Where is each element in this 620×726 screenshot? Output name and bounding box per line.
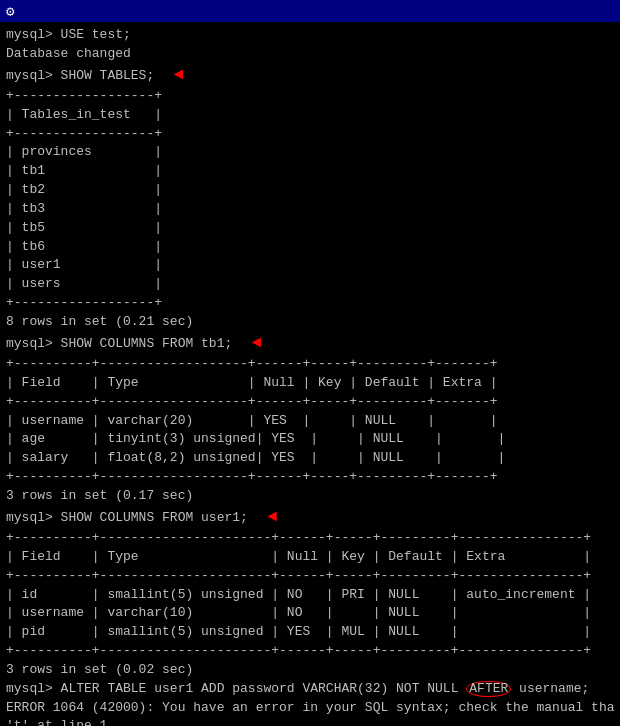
terminal-line: +------------------+ <box>6 125 614 144</box>
terminal-line: Database changed <box>6 45 614 64</box>
red-arrow-icon: ◄ <box>252 334 262 352</box>
red-arrow-icon: ◄ <box>267 508 277 526</box>
terminal-line: 3 rows in set (0.17 sec) <box>6 487 614 506</box>
terminal-line: | id | smallint(5) unsigned | NO | PRI |… <box>6 586 614 605</box>
terminal-line: | tb2 | <box>6 181 614 200</box>
terminal-line: mysql> SHOW COLUMNS FROM tb1; ◄ <box>6 332 614 355</box>
terminal-line: 3 rows in set (0.02 sec) <box>6 661 614 680</box>
terminal-line: mysql> USE test; <box>6 26 614 45</box>
terminal-line: +----------+----------------------+-----… <box>6 567 614 586</box>
terminal-line: | Field | Type | Null | Key | Default | … <box>6 374 614 393</box>
terminal-line: | tb3 | <box>6 200 614 219</box>
terminal-line: | Tables_in_test | <box>6 106 614 125</box>
terminal-line: | salary | float(8,2) unsigned| YES | | … <box>6 449 614 468</box>
terminal-line: +----------+-------------------+------+-… <box>6 355 614 374</box>
terminal-line: | provinces | <box>6 143 614 162</box>
terminal-line: +----------+----------------------+-----… <box>6 642 614 661</box>
terminal: mysql> USE test;Database changedmysql> S… <box>0 22 620 726</box>
terminal-line: | Field | Type | Null | Key | Default | … <box>6 548 614 567</box>
terminal-line: mysql> ALTER TABLE user1 ADD password VA… <box>6 680 614 699</box>
title-bar: ⚙ <box>0 0 620 22</box>
terminal-line: | username | varchar(10) | NO | | NULL |… <box>6 604 614 623</box>
terminal-line: | age | tinyint(3) unsigned| YES | | NUL… <box>6 430 614 449</box>
terminal-line: +----------+-------------------+------+-… <box>6 393 614 412</box>
terminal-line: | tb1 | <box>6 162 614 181</box>
terminal-line: 't' at line 1 <box>6 717 614 726</box>
terminal-line: | users | <box>6 275 614 294</box>
terminal-line: 8 rows in set (0.21 sec) <box>6 313 614 332</box>
terminal-line: ERROR 1064 (42000): You have an error in… <box>6 699 614 718</box>
terminal-line: mysql> SHOW COLUMNS FROM user1; ◄ <box>6 506 614 529</box>
title-bar-icon: ⚙ <box>6 3 14 20</box>
terminal-line: +------------------+ <box>6 294 614 313</box>
terminal-line: | tb5 | <box>6 219 614 238</box>
terminal-line: | pid | smallint(5) unsigned | YES | MUL… <box>6 623 614 642</box>
terminal-line: | username | varchar(20) | YES | | NULL … <box>6 412 614 431</box>
terminal-line: +------------------+ <box>6 87 614 106</box>
terminal-line: | tb6 | <box>6 238 614 257</box>
red-arrow-icon: ◄ <box>174 66 184 84</box>
terminal-line: mysql> SHOW TABLES; ◄ <box>6 64 614 87</box>
terminal-line: +----------+-------------------+------+-… <box>6 468 614 487</box>
terminal-line: +----------+----------------------+-----… <box>6 529 614 548</box>
terminal-line: | user1 | <box>6 256 614 275</box>
